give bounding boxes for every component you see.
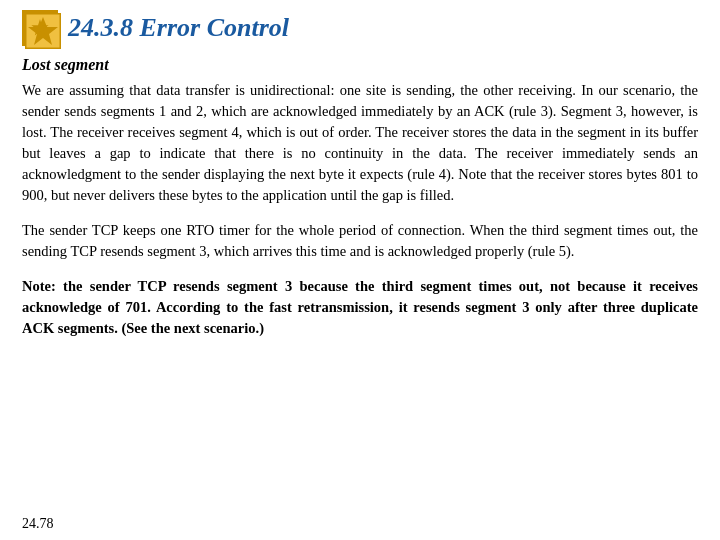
header: 24.3.8 Error Control <box>22 10 698 46</box>
paragraph-1: We are assuming that data transfer is un… <box>22 80 698 206</box>
page-title: 24.3.8 Error Control <box>68 13 289 43</box>
section-title: Lost segment <box>22 56 698 74</box>
paragraph-2: The sender TCP keeps one RTO timer for t… <box>22 220 698 262</box>
page-container: 24.3.8 Error Control Lost segment We are… <box>0 0 720 540</box>
page-number: 24.78 <box>22 516 54 532</box>
paragraph-3: Note: the sender TCP resends segment 3 b… <box>22 276 698 339</box>
star-icon <box>22 10 58 46</box>
